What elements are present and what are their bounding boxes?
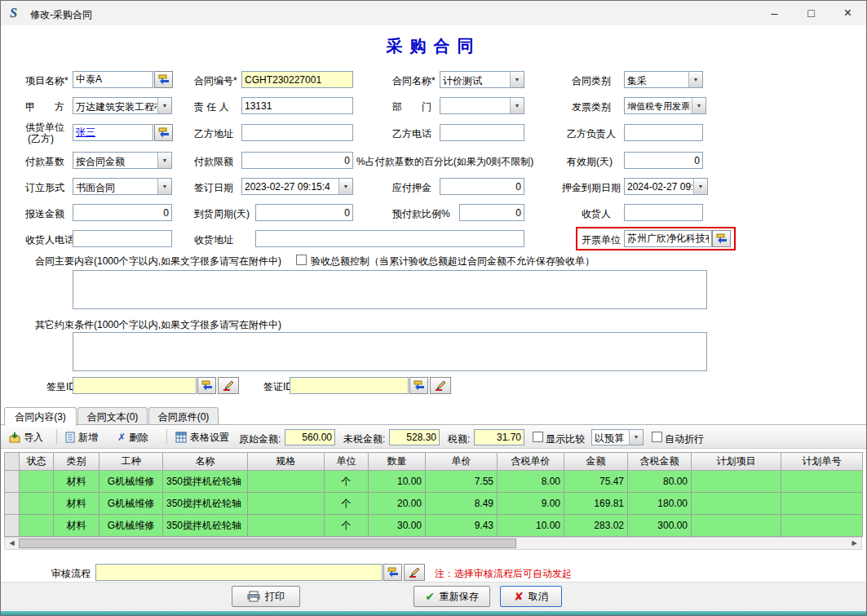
sign-report-id-edit-button[interactable] — [218, 377, 239, 394]
chevron-down-icon[interactable]: ▼ — [692, 98, 706, 113]
table-row[interactable]: 材料 G机械维修350搅拌机砼轮轴 个 10.007.55 8.0075.47 … — [5, 471, 863, 493]
row-indicator[interactable] — [5, 515, 20, 537]
main-content-textarea[interactable] — [73, 270, 707, 309]
report-amount-input[interactable] — [73, 204, 172, 221]
consignee-phone-input[interactable] — [73, 230, 172, 247]
other-terms-textarea[interactable] — [73, 332, 707, 371]
add-row-button[interactable]: 新增 — [62, 428, 101, 446]
show-compare-checkbox[interactable] — [533, 432, 543, 442]
close-icon[interactable]: × — [829, 1, 866, 25]
tab-contract-original[interactable]: 合同原件(0) — [148, 407, 219, 425]
column-header[interactable]: 规格 — [248, 453, 325, 471]
cancel-button[interactable]: ✘取消 — [500, 586, 562, 607]
column-header[interactable]: 类别 — [54, 453, 100, 471]
table-settings-button[interactable]: 表格设置 — [172, 428, 232, 446]
delete-row-button[interactable]: ✗删除 — [114, 428, 152, 446]
project-name-input[interactable] — [73, 71, 153, 88]
chevron-down-icon[interactable]: ▼ — [693, 179, 707, 194]
delivery-cycle-input[interactable] — [255, 204, 353, 221]
form-type-combo[interactable]: 书面合同 ▼ — [73, 178, 172, 195]
approval-flow-input[interactable] — [95, 564, 383, 581]
invoice-category-combo[interactable]: 增值税专用发票|6% ▼ — [624, 97, 706, 114]
approval-flow-edit-button[interactable] — [404, 564, 425, 581]
toolbar-separator — [56, 429, 57, 445]
column-header[interactable]: 计划项目 — [692, 453, 781, 471]
delivery-address-input[interactable] — [255, 230, 524, 247]
column-header[interactable]: 数量 — [369, 453, 426, 471]
party-a-combo[interactable]: 万达建筑安装工程有 ▼ — [73, 97, 172, 114]
contract-name-combo[interactable]: 计价测试 ▼ — [440, 71, 524, 88]
table-row[interactable]: 材料 G机械维修350搅拌机砼轮轴 个 20.008.49 9.00169.81… — [5, 493, 863, 515]
column-header[interactable]: 含税金额 — [628, 453, 692, 471]
advance-ratio-input[interactable] — [459, 204, 524, 221]
tab-contract-content[interactable]: 合同内容(3) — [4, 407, 77, 426]
supplier-input[interactable] — [73, 124, 153, 141]
maximize-icon[interactable]: □ — [793, 1, 829, 25]
consignee-phone-label: 收货人电话 — [25, 233, 74, 247]
chevron-down-icon[interactable]: ▼ — [338, 179, 352, 194]
save-button[interactable]: ✔重新保存 — [414, 586, 490, 607]
consignee-input[interactable] — [624, 204, 703, 221]
chevron-down-icon[interactable]: ▼ — [157, 153, 171, 168]
column-header[interactable]: 计划单号 — [781, 453, 863, 471]
auto-wrap-checkbox[interactable] — [652, 432, 662, 442]
scroll-right-icon[interactable]: ▶ — [847, 538, 861, 549]
column-header[interactable]: 工种 — [100, 453, 163, 471]
toolbar-separator — [166, 429, 167, 445]
print-button[interactable]: 打印 — [232, 586, 300, 607]
invoicing-unit-input[interactable] — [624, 230, 712, 247]
tax-amount-field[interactable] — [474, 429, 524, 445]
visa-id-picker-button[interactable] — [409, 377, 428, 394]
compare-mode-combo[interactable]: 以预算 ▼ — [591, 429, 644, 445]
row-indicator[interactable] — [5, 493, 20, 515]
contract-no-input[interactable] — [241, 71, 353, 88]
acceptance-control-checkbox[interactable] — [296, 255, 307, 265]
deposit-input[interactable] — [440, 178, 524, 195]
invoicing-unit-picker-button[interactable] — [712, 230, 731, 247]
scroll-left-icon[interactable]: ◀ — [5, 538, 19, 549]
responsible-input[interactable] — [241, 97, 353, 114]
approval-flow-picker-button[interactable] — [383, 564, 402, 581]
scrollbar-thumb[interactable] — [19, 538, 516, 548]
chevron-down-icon[interactable]: ▼ — [510, 72, 524, 87]
minimize-icon[interactable]: – — [756, 1, 793, 25]
import-button[interactable]: 导入 — [6, 428, 46, 446]
sign-date-picker[interactable]: 2023-02-27 09:15:4 ▼ — [241, 178, 353, 195]
payment-base-combo[interactable]: 按合同金额 ▼ — [73, 152, 172, 169]
project-picker-button[interactable] — [154, 71, 173, 88]
row-indicator[interactable] — [5, 471, 20, 493]
column-header[interactable]: 名称 — [163, 453, 248, 471]
column-header[interactable]: 状态 — [20, 453, 54, 471]
validity-input[interactable] — [624, 152, 703, 169]
contract-category-combo[interactable]: 集采 ▼ — [624, 71, 703, 88]
deposit-due-label: 押金到期日期 — [562, 181, 621, 195]
column-header[interactable]: 金额 — [564, 453, 628, 471]
party-b-phone-input[interactable] — [440, 124, 524, 141]
chevron-down-icon[interactable]: ▼ — [629, 430, 643, 445]
chevron-down-icon[interactable]: ▼ — [688, 72, 702, 87]
window-bottom-strip — [1, 611, 866, 616]
visa-id-edit-button[interactable] — [430, 377, 451, 394]
sign-report-id-picker-button[interactable] — [197, 377, 216, 394]
payment-limit-input[interactable] — [241, 152, 353, 169]
original-amount-field[interactable] — [285, 429, 335, 445]
chevron-down-icon[interactable]: ▼ — [157, 98, 171, 113]
column-header[interactable]: 单价 — [426, 453, 498, 471]
printer-icon — [247, 591, 260, 602]
party-b-manager-input[interactable] — [624, 124, 703, 141]
party-b-address-input[interactable] — [241, 124, 353, 141]
table-horizontal-scrollbar[interactable]: ◀ ▶ — [4, 537, 862, 550]
deposit-due-picker[interactable]: 2024-02-27 09:15: ▼ — [624, 178, 708, 195]
chevron-down-icon[interactable]: ▼ — [157, 179, 171, 194]
visa-id-input[interactable] — [290, 377, 409, 394]
table-row[interactable]: 材料 G机械维修350搅拌机砼轮轴 个 30.009.43 10.00283.0… — [5, 515, 863, 537]
column-header[interactable]: 含税单价 — [498, 453, 564, 471]
sign-report-id-input[interactable] — [73, 377, 197, 394]
column-header[interactable]: 单位 — [325, 453, 369, 471]
department-combo[interactable]: ▼ — [440, 97, 524, 114]
chevron-down-icon[interactable]: ▼ — [510, 98, 524, 113]
tab-contract-text[interactable]: 合同文本(0) — [77, 407, 148, 425]
untaxed-amount-field[interactable] — [389, 429, 440, 445]
supplier-picker-button[interactable] — [154, 124, 173, 141]
tabstrip-divider — [1, 424, 866, 425]
